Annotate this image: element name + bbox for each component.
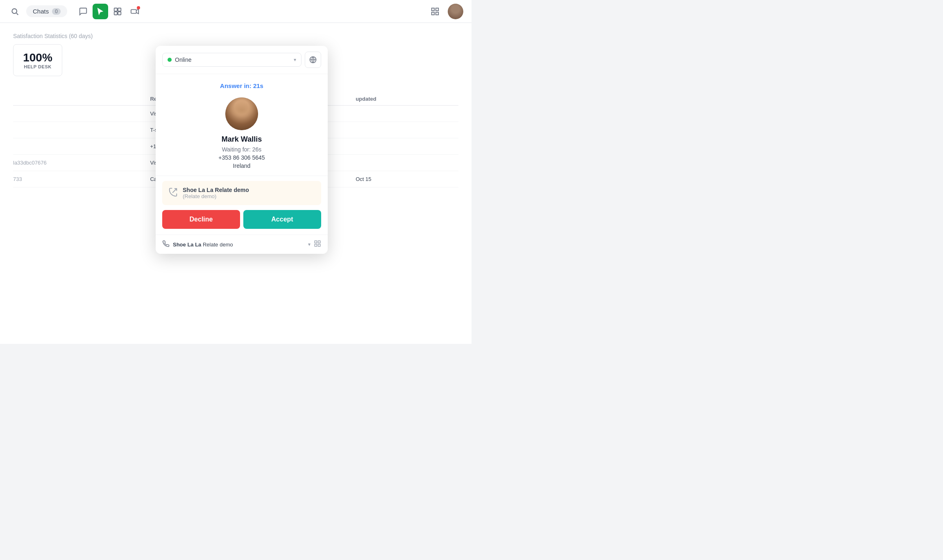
svg-rect-9 [432, 12, 434, 14]
svg-rect-14 [315, 244, 317, 246]
phone-forward-icon [169, 187, 178, 199]
main-content: Satisfaction Statistics (60 days) 100% H… [0, 23, 472, 344]
dashboard-icon-button[interactable] [110, 4, 125, 19]
popup-bottom-bar: Shoe La La Relate demo ▾ [156, 235, 328, 254]
svg-rect-13 [318, 241, 320, 243]
answer-in: Answer in: 21s [162, 82, 321, 89]
bottom-grid-icon [314, 240, 321, 249]
status-label: Online [175, 56, 290, 63]
avatar-image [448, 4, 463, 19]
chats-pill[interactable]: Chats 0 [26, 5, 67, 17]
stat-percent: 100% [22, 51, 54, 64]
caller-waiting: Waiting for: 26s [162, 146, 321, 153]
phone-icon [162, 240, 170, 249]
svg-rect-12 [315, 241, 317, 243]
avatar[interactable] [448, 4, 463, 19]
svg-rect-8 [436, 8, 438, 10]
table-header-updated: updated [356, 96, 458, 102]
svg-rect-4 [114, 11, 117, 14]
cursor-icon-button[interactable] [93, 4, 108, 19]
svg-rect-6 [131, 9, 136, 13]
chat-icon-button[interactable] [75, 4, 91, 19]
table-cell-updated: Oct 15 [356, 176, 458, 182]
bottom-chevron-icon: ▾ [308, 242, 311, 247]
caller-phone: +353 86 306 5645 [162, 154, 321, 161]
popup-status-bar: Online ▾ [156, 46, 328, 74]
globe-button[interactable] [305, 52, 321, 68]
call-info-text: Shoe La La Relate demo (Relate demo) [183, 187, 249, 199]
grid-view-button[interactable] [427, 4, 443, 19]
call-info-subtitle: (Relate demo) [183, 193, 249, 199]
topbar-right [427, 4, 463, 19]
svg-rect-3 [118, 8, 121, 11]
search-button[interactable] [8, 5, 21, 18]
svg-line-1 [16, 13, 18, 15]
svg-rect-10 [436, 12, 438, 14]
broadcast-icon-button[interactable] [127, 4, 143, 19]
caller-country: Ireland [162, 163, 321, 169]
notification-dot [137, 6, 140, 9]
chats-label: Chats [33, 8, 49, 15]
status-dropdown[interactable]: Online ▾ [162, 53, 301, 67]
svg-rect-7 [432, 8, 434, 10]
status-dot [168, 58, 172, 62]
incoming-call-popup: Online ▾ Answer in: 21s Mark Wallis Wai [156, 46, 328, 254]
stat-box: 100% HELP DESK [13, 44, 62, 76]
caller-avatar-image [225, 97, 258, 130]
call-info-banner: Shoe La La Relate demo (Relate demo) [162, 181, 321, 205]
svg-rect-5 [118, 11, 121, 14]
topbar-icons [75, 4, 143, 19]
caller-info-section: Answer in: 21s Mark Wallis Waiting for: … [156, 74, 328, 176]
table-header-col1 [13, 96, 150, 102]
call-info-title: Shoe La La Relate demo [183, 187, 249, 193]
bottom-call-label: Shoe La La Relate demo [173, 242, 305, 248]
svg-rect-15 [318, 244, 320, 246]
decline-button[interactable]: Decline [162, 210, 240, 229]
stat-sublabel: HELP DESK [22, 64, 54, 69]
svg-point-0 [12, 9, 17, 14]
table-cell: la33dbc07676 [13, 160, 150, 166]
caller-name: Mark Wallis [162, 135, 321, 144]
caller-avatar [225, 97, 258, 130]
table-cell: 733 [13, 176, 150, 182]
popup-actions: Decline Accept [162, 210, 321, 229]
stat-title: Satisfaction Statistics (60 days) [13, 33, 458, 39]
topbar: Chats 0 [0, 0, 472, 23]
accept-button[interactable]: Accept [243, 210, 321, 229]
svg-rect-2 [114, 8, 117, 11]
chats-count: 0 [52, 8, 61, 15]
chevron-down-icon: ▾ [294, 57, 296, 63]
